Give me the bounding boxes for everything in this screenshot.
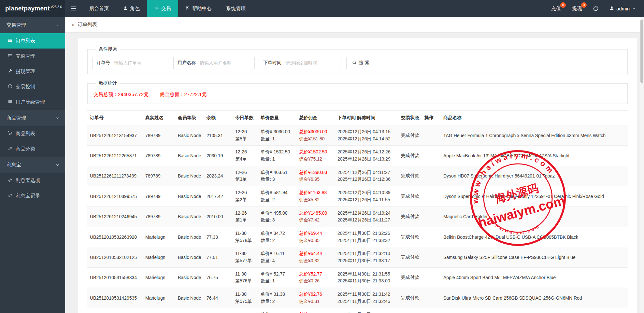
table-row: UB2512261212265871 789789 Basic Node 203…: [87, 146, 628, 166]
chevron-down-icon: [56, 162, 59, 168]
cell-action: [422, 146, 441, 166]
cell-product-name: Apple 40mm Sport Band M/L MFFW4ZM/A Anch…: [441, 267, 628, 288]
nav-item-help-label: 帮助中心: [192, 6, 212, 12]
cell-order-time: 2025年12月26日 04:10:24 2025年12月26日 04:11:2…: [335, 206, 398, 227]
search-legend: 条件搜索: [96, 46, 120, 52]
sidebar-section-trade-management[interactable]: 交易管理: [0, 17, 65, 33]
sidebar-item-label: 用户等级管理: [16, 99, 45, 105]
cell-balance: 2030.19: [204, 146, 233, 166]
order-time-group: 下单时间: [259, 57, 340, 69]
navbar-right: 充值 0 提现 0 admin: [551, 0, 644, 17]
table-row: UB2512261210399575 789789 Basic Node 201…: [87, 186, 628, 206]
cell-order-number: UB2512261212265871: [87, 146, 143, 166]
nav-item-role[interactable]: 角色: [116, 0, 147, 17]
sidebar-item-label: 提现管理: [16, 68, 35, 75]
exchange-icon: [154, 6, 159, 11]
sidebar-item-recharge-management[interactable]: 充值管理: [0, 49, 65, 64]
stats-fieldset: 数据统计 交易总额：2940357.72元 佣金总额：27722.1元: [87, 80, 628, 104]
sidebar-item-withdraw-management[interactable]: 提现管理: [0, 64, 65, 79]
cell-today-orders: 12-26 第3单: [233, 166, 258, 186]
sidebar-item-trade-control[interactable]: 交易控制: [0, 79, 65, 94]
cell-balance: 2010.00: [204, 206, 233, 227]
sidebar-item-goods-list[interactable]: 商品列表: [0, 126, 65, 141]
recharge-button[interactable]: 充值 0: [551, 6, 561, 12]
nav-item-help[interactable]: 帮助中心: [178, 0, 219, 17]
sidebar-item-interest-options[interactable]: 利息宝选项: [0, 173, 65, 188]
order-number-group: 订单号: [92, 57, 169, 69]
cell-member-level: Basic Node: [175, 166, 204, 186]
withdraw-label: 提现: [572, 6, 582, 11]
col-member-level: 会员等级: [175, 111, 204, 125]
sidebar-item-label: 订单列表: [16, 38, 35, 44]
cell-real-name: 789789: [143, 125, 175, 146]
col-action: 操作: [422, 111, 441, 125]
order-time-input[interactable]: [285, 60, 340, 65]
cell-total-commission: 总价¥69.44 佣金¥0.35: [296, 227, 335, 247]
table-row: UB2512010532102125 Marielugn Basic Node …: [87, 247, 628, 267]
cell-order-time: 2025年11月30日 21:31:55 2025年11月30日 21:33:0…: [335, 267, 398, 288]
cell-real-name: Marielugn: [143, 308, 175, 313]
cell-order-number: UB2512010531429535: [87, 288, 143, 308]
cell-member-level: Basic Node: [175, 206, 204, 227]
cell-balance: 2017.42: [204, 186, 233, 206]
nav-item-system[interactable]: 系统管理: [219, 0, 253, 17]
nav-item-home[interactable]: 后台首页: [82, 0, 116, 17]
orders-table: 订单号 真实姓名 会员等级 余额 今日单数 单价数量 总价佣金 下单时间 解冻时…: [87, 110, 628, 313]
sidebar-section-goods-management[interactable]: 商品管理: [0, 110, 65, 126]
cell-action: [422, 227, 441, 247]
cell-total-commission: 总价¥1502.50 佣金¥75.12: [296, 146, 335, 166]
cell-order-number: UB2512010531283398: [87, 308, 143, 313]
cell-order-number: UB2512010531558334: [87, 267, 143, 288]
cell-member-level: Basic Node: [175, 186, 204, 206]
vertical-scrollbar[interactable]: [640, 17, 644, 313]
search-button[interactable]: 搜 索: [346, 57, 375, 69]
sidebar-item-order-list[interactable]: 订单列表: [0, 33, 65, 49]
refresh-button[interactable]: [593, 6, 598, 11]
cell-total-commission: 总价¥52.77 佣金¥0.26: [296, 267, 335, 288]
sidebar-item-label: 交易控制: [16, 84, 35, 90]
withdraw-badge: 0: [581, 2, 587, 8]
cell-today-orders: 11-30 第574单: [233, 308, 258, 313]
withdraw-button[interactable]: 提现 0: [572, 6, 582, 12]
cell-product-name: Cellularline Bounce Case Airpods 4 BOUNC…: [441, 308, 628, 313]
order-number-input[interactable]: [114, 60, 169, 65]
sidebar-section-interest-treasure[interactable]: 利息宝: [0, 157, 65, 173]
cell-price-qty: 单价¥ 16.11 数量: 4: [258, 247, 296, 267]
cell-order-time: 2025年11月30日 21:32:26 2025年11月30日 21:33:3…: [335, 227, 398, 247]
cell-today-orders: 11-30 第576单: [233, 267, 258, 288]
cell-balance: 76.44: [204, 288, 233, 308]
cell-trade-status: 完成付款: [398, 206, 422, 227]
cell-trade-status: 完成付款: [398, 247, 422, 267]
cell-real-name: 789789: [143, 186, 175, 206]
cell-member-level: Basic Node: [175, 146, 204, 166]
search-button-label: 搜 索: [359, 60, 369, 66]
orders-table-header: 订单号 真实姓名 会员等级 余额 今日单数 单价数量 总价佣金 下单时间 解冻时…: [87, 111, 628, 125]
search-row: 订单号 用户名称 下单时间 搜 索: [92, 55, 623, 69]
cell-order-number: UB2512261210399575: [87, 186, 143, 206]
sidebar-section-label: 商品管理: [7, 115, 26, 121]
cell-product-name: Samsung Galaxy S25+ Silicone Case EF-PS9…: [441, 247, 628, 267]
cell-member-level: Basic Node: [175, 267, 204, 288]
cell-balance: 76.24: [204, 308, 233, 313]
admin-dropdown[interactable]: admin: [609, 6, 636, 11]
hamburger-menu-icon[interactable]: [65, 0, 82, 17]
cell-price-qty: 单价¥ 1502.50 数量: 1: [258, 146, 296, 166]
recharge-badge: 0: [560, 2, 566, 8]
sidebar-item-user-level-management[interactable]: 用户等级管理: [0, 94, 65, 110]
sidebar-section-label: 交易管理: [7, 22, 26, 28]
user-name-input[interactable]: [200, 60, 254, 65]
cell-product-name: TAG Heuer Formula 1 Chronograph x Senna …: [441, 125, 628, 146]
cell-total-commission: 总价¥1163.88 佣金¥5.82: [296, 186, 335, 206]
link-icon: [8, 146, 12, 152]
content-panel: 条件搜索 订单号 用户名称 下单时间 搜 索: [78, 38, 637, 313]
scrollbar-thumb[interactable]: [640, 20, 643, 83]
cell-trade-status: 完成付款: [398, 125, 422, 146]
cell-balance: 77.01: [204, 247, 233, 267]
sidebar-item-goods-category[interactable]: 商品分类: [0, 141, 65, 157]
cell-order-time: 2025年11月30日 21:31:28 2025年11月30日 21:32:3…: [335, 308, 398, 313]
nav-item-trade[interactable]: 交易: [147, 0, 178, 17]
stats-legend: 数据统计: [96, 80, 120, 86]
cell-today-orders: 11-30 第578单: [233, 227, 258, 247]
cell-member-level: Basic Node: [175, 227, 204, 247]
sidebar-item-interest-records[interactable]: 利息宝记录: [0, 188, 65, 204]
